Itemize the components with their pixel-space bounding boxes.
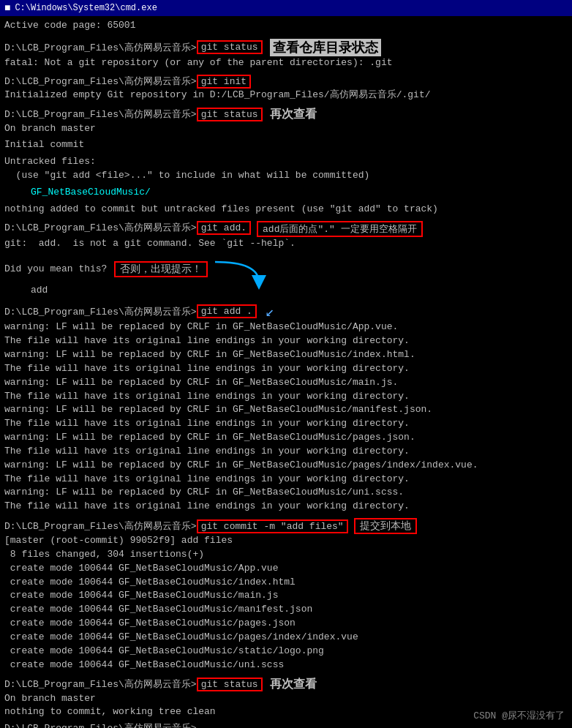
cmd-git-commit: D:\LCB_Program_Files\高仿网易云音乐> git commit… — [4, 518, 568, 534]
line-doyoumean-text: Did you mean this? — [4, 263, 107, 277]
cmd-box-1[interactable]: git status — [197, 40, 263, 54]
line-fatal: fatal: Not a git repository (or any of t… — [4, 56, 568, 70]
line-use-git-add: (use "git add <file>..." to include in w… — [4, 169, 568, 183]
line-create-pages-index: create mode 100644 GF_NetBaseCloudMusic/… — [4, 631, 568, 645]
line-codepage: Active code page: 65001 — [4, 19, 568, 33]
prompt-2: D:\LCB_Program_Files\高仿网易云音乐> — [4, 75, 197, 88]
title-bar: ■ C:\Windows\System32\cmd.exe — [0, 0, 572, 16]
line-gf-folder: GF_NetBaseCloudMusic/ — [4, 186, 568, 200]
cmd-git-addwrong: D:\LCB_Program_Files\高仿网易云音乐> git add. a… — [4, 221, 568, 237]
line-create-pages-json: create mode 100644 GF_NetBaseCloudMusic/… — [4, 617, 568, 631]
line-initialized: Initialized empty Git repository in D:/L… — [4, 89, 568, 102]
cmd-box-2[interactable]: git init — [197, 75, 251, 89]
line-create-main-js: create mode 100644 GF_NetBaseCloudMusic/… — [4, 589, 568, 603]
line-create-logo: create mode 100644 GF_NetBaseCloudMusic/… — [4, 645, 568, 658]
watermark: CSDN @尿不湿没有了 — [473, 709, 565, 722]
line-create-uni-scss: create mode 100644 GF_NetBaseCloudMusic/… — [4, 658, 568, 672]
annotation-otherwise: 否则，出现提示！ — [114, 261, 208, 277]
line-create-app: create mode 100644 GF_NetBaseCloudMusic/… — [4, 562, 568, 576]
annotation-recheck: 再次查看 — [270, 107, 317, 122]
prompt-7: D:\LCB_Program_Files\高仿网易云音乐> — [4, 678, 197, 691]
title-bar-icon: ■ — [4, 2, 10, 14]
cmd-git-init: D:\LCB_Program_Files\高仿网易云音乐> git init — [4, 75, 568, 89]
cmd-git-add-correct: D:\LCB_Program_Files\高仿网易云音乐> git add . … — [4, 302, 568, 320]
line-on-branch: On branch master — [4, 122, 568, 136]
blue-arrow-icon — [215, 255, 274, 284]
cmd-box-4[interactable]: git add. — [197, 221, 251, 235]
cmd-box-3[interactable]: git status — [197, 108, 263, 121]
line-nothing-added: nothing added to commit but untracked fi… — [4, 203, 568, 217]
cmd-git-status-3: D:\LCB_Program_Files\高仿网易云音乐> git status… — [4, 677, 568, 692]
line-final-prompt: D:\LCB_Program_Files\高仿网易云音乐> — [4, 722, 568, 728]
line-files-changed: 8 files changed, 304 insertions(+) — [4, 548, 568, 562]
annotation-check-status: 查看仓库目录状态 — [270, 39, 381, 56]
cmd-box-6[interactable]: git commit -m "add files" — [197, 519, 348, 533]
warnings-section: warning: LF will be replaced by CRLF in … — [4, 320, 568, 514]
line-create-manifest: create mode 100644 GF_NetBaseCloudMusic/… — [4, 603, 568, 617]
cmd-box-7[interactable]: git status — [197, 678, 263, 691]
line-commit-result: [master (root-commit) 99052f9] add files — [4, 534, 568, 548]
cmd-line-doyoumean: Did you mean this? 否则，出现提示！ — [4, 255, 568, 284]
prompt-1: D:\LCB_Program_Files\高仿网易云音乐> — [4, 41, 197, 54]
arrow-down-left: ↙ — [266, 302, 274, 320]
line-untracked: Untracked files: — [4, 155, 568, 169]
line-create-index-html: create mode 100644 GF_NetBaseCloudMusic/… — [4, 576, 568, 590]
title-bar-title: C:\Windows\System32\cmd.exe — [15, 3, 157, 13]
line-add-suggestion: add — [4, 284, 568, 298]
line-on-branch2: On branch master — [4, 692, 568, 706]
annotation-space-note: add后面的点"." 一定要用空格隔开 — [257, 221, 423, 237]
cmd-git-status-1: D:\LCB_Program_Files\高仿网易云音乐> git status… — [4, 39, 568, 56]
cmd-box-5[interactable]: git add . — [197, 304, 257, 318]
terminal: Active code page: 65001 D:\LCB_Program_F… — [0, 16, 572, 728]
annotation-commit-local: 提交到本地 — [354, 518, 417, 534]
line-not-git-cmd: git: add. is not a git command. See `git… — [4, 237, 568, 251]
prompt-5: D:\LCB_Program_Files\高仿网易云音乐> — [4, 305, 197, 318]
prompt-3: D:\LCB_Program_Files\高仿网易云音乐> — [4, 108, 197, 121]
cmd-git-status-2: D:\LCB_Program_Files\高仿网易云音乐> git status… — [4, 107, 568, 122]
prompt-6: D:\LCB_Program_Files\高仿网易云音乐> — [4, 519, 197, 533]
prompt-4: D:\LCB_Program_Files\高仿网易云音乐> — [4, 221, 197, 234]
annotation-recheck2: 再次查看 — [270, 677, 317, 692]
line-initial-commit: Initial commit — [4, 138, 568, 152]
